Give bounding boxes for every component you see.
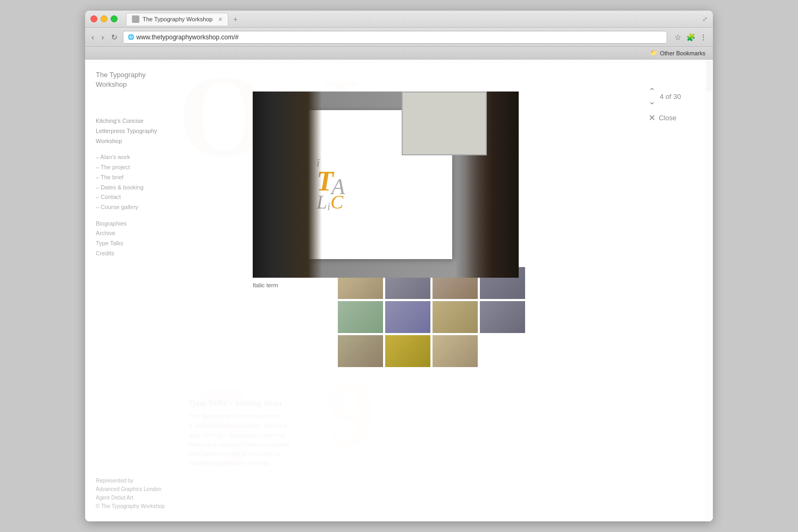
image-counter: 4 of 30	[660, 93, 681, 101]
nav-link-brief[interactable]: – The brief	[96, 172, 168, 182]
close-x-icon: ✕	[649, 113, 655, 123]
nav-link-main[interactable]: Kitching's Concise Letterpress Typograph…	[96, 116, 168, 146]
browser-toolbar: ‹ › ↻ 🌐 www.thetypographyworkshop.com/# …	[85, 28, 713, 47]
bookmarks-label: Other Bookmarks	[660, 50, 705, 56]
site-title: The Typography Workshop	[96, 70, 168, 89]
tab-favicon	[132, 15, 139, 23]
site-title-line2: Workshop	[96, 80, 127, 88]
nav-link-gallery[interactable]: – Course gallery	[96, 202, 168, 212]
reload-button[interactable]: ↻	[109, 32, 120, 43]
chrome-menu-icon[interactable]: ⋮	[698, 32, 709, 43]
main-image[interactable]: ï T A L i C	[253, 92, 519, 278]
url-text: www.thetypographyworkshop.com/#	[136, 34, 238, 41]
thumbnail-11[interactable]	[433, 335, 478, 367]
prev-arrow-icon[interactable]: ⌃	[649, 86, 655, 96]
sidebar-footer: Represented by Advanced Graphics London …	[96, 477, 165, 511]
lightbox-nav: ⌃ ⌄ 4 of 30 ✕ Close	[649, 86, 681, 123]
footer-line1: Represented by	[96, 477, 165, 485]
tab-close-button[interactable]: ✕	[218, 16, 222, 22]
bookmarks-bar: 📁 Other Bookmarks	[85, 47, 713, 60]
nav-link-contact[interactable]: – Contact	[96, 192, 168, 202]
nav-link-project[interactable]: – The project	[96, 162, 168, 172]
next-arrow-icon[interactable]: ⌄	[649, 96, 655, 106]
thumbnail-9[interactable]	[338, 335, 383, 367]
thumbnail-6[interactable]	[385, 301, 430, 333]
extensions-icon[interactable]: 🧩	[685, 32, 696, 43]
folder-icon: 📁	[650, 49, 658, 56]
image-caption: Italic term	[253, 282, 278, 521]
footer-line4: © The Typography Workshop	[96, 502, 165, 511]
new-tab-button[interactable]: +	[230, 14, 241, 24]
maximize-window-button[interactable]	[111, 15, 118, 22]
typography-image-inner: ï T A L i C	[253, 92, 519, 278]
footer-line3: Agent Debut Art	[96, 494, 165, 502]
browser-tab-active[interactable]: The Typography Workshop ✕	[126, 13, 228, 26]
close-button[interactable]: ✕ Close	[649, 113, 676, 123]
browser-titlebar: The Typography Workshop ✕ + ⤢	[85, 11, 713, 28]
left-drawer	[253, 92, 322, 278]
close-label: Close	[659, 114, 676, 122]
nav-link-biographies[interactable]: Biographies	[96, 219, 168, 229]
expand-button[interactable]: ⤢	[702, 15, 708, 23]
letter-A-gray: A	[331, 174, 345, 199]
footer-line2: Advanced Graphics London	[96, 485, 165, 494]
thumbnail-grid	[338, 267, 525, 367]
counter-area	[402, 92, 487, 155]
thumbnail-5[interactable]	[338, 301, 383, 333]
browser-window: The Typography Workshop ✕ + ⤢ ‹ › ↻ 🌐 ww…	[85, 11, 713, 521]
page-content: The Typography Workshop Kitching's Conci…	[85, 60, 713, 521]
toolbar-right: ☆ 🧩 ⋮	[672, 32, 709, 43]
bookmarks-folder[interactable]: 📁 Other Bookmarks	[647, 48, 709, 57]
thumbnail-8[interactable]	[480, 301, 525, 333]
lock-icon: 🌐	[128, 34, 134, 40]
back-button[interactable]: ‹	[89, 32, 96, 43]
minimize-window-button[interactable]	[101, 15, 107, 22]
forward-button[interactable]: ›	[99, 32, 106, 43]
nav-link-dates[interactable]: – Dates & booking	[96, 182, 168, 193]
tab-title: The Typography Workshop	[143, 16, 213, 22]
browser-tabs: The Typography Workshop ✕ +	[126, 13, 699, 26]
close-window-button[interactable]	[90, 15, 97, 22]
nav-link-type-talks[interactable]: Type Talks	[96, 238, 168, 248]
address-bar[interactable]: 🌐 www.thetypographyworkshop.com/#	[123, 31, 667, 44]
nav-link-alans-work[interactable]: – Alan's work	[96, 152, 168, 162]
nav-bottom-group: Biographies Archive Type Talks Credits	[96, 219, 168, 259]
nav-main-group: Kitching's Concise Letterpress Typograph…	[96, 116, 168, 146]
nav-sub-group: – Alan's work – The project – The brief …	[96, 152, 168, 212]
nav-link-credits[interactable]: Credits	[96, 248, 168, 259]
sidebar: The Typography Workshop Kitching's Conci…	[85, 60, 178, 521]
main-area: O Ф 5 9 ⌃ ⌄ 4 of 30 ✕ Close	[178, 60, 713, 521]
nav-link-archive[interactable]: Archive	[96, 228, 168, 238]
thumbnail-10[interactable]	[385, 335, 430, 367]
site-title-line1: The Typography	[96, 71, 146, 79]
star-icon[interactable]: ☆	[672, 32, 683, 43]
thumbnail-7[interactable]	[433, 301, 478, 333]
